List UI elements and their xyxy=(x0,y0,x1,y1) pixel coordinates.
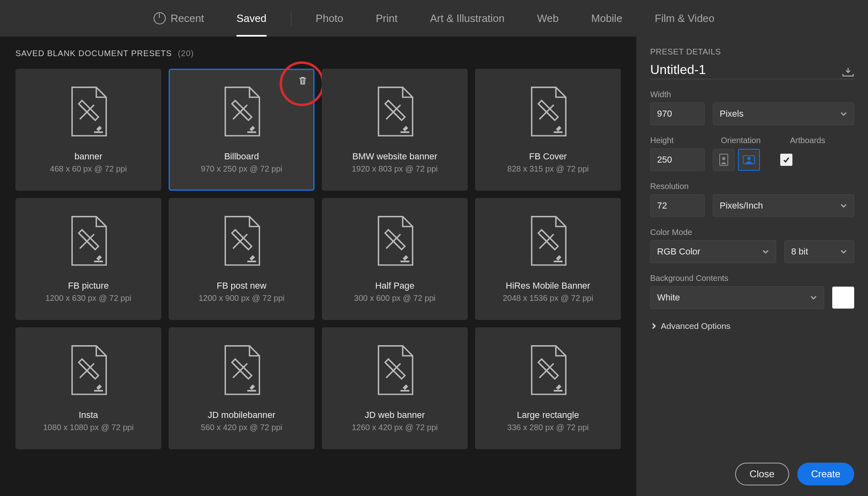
preset-grid: banner 468 x 60 px @ 72 ppi Billboard 97… xyxy=(15,69,621,449)
width-input[interactable]: 970 xyxy=(650,102,705,125)
document-preset-icon xyxy=(373,215,417,268)
document-preset-icon xyxy=(373,86,417,139)
tab-label: Photo xyxy=(316,12,343,25)
tab-label: Print xyxy=(376,12,397,25)
orientation-landscape-button[interactable] xyxy=(738,149,760,171)
chevron-down-icon xyxy=(840,110,847,117)
color-mode-select[interactable]: RGB Color xyxy=(650,240,776,263)
svg-point-1 xyxy=(722,157,725,160)
tab-art-illustration[interactable]: Art & Illustration xyxy=(414,0,521,37)
preset-card[interactable]: JD mobilebanner 560 x 420 px @ 72 ppi xyxy=(169,327,315,449)
preset-dimensions: 828 x 315 px @ 72 ppi xyxy=(507,164,588,174)
artboards-label: Artboards xyxy=(790,136,825,145)
tab-saved[interactable]: Saved xyxy=(220,0,283,37)
create-button[interactable]: Create xyxy=(797,463,854,485)
chevron-down-icon xyxy=(762,248,769,255)
close-button[interactable]: Close xyxy=(735,463,789,485)
preset-name: HiRes Mobile Banner xyxy=(506,281,590,291)
document-preset-icon xyxy=(219,345,264,398)
presets-pane: SAVED BLANK DOCUMENT PRESETS (20) banner… xyxy=(0,37,636,496)
preset-card[interactable]: Large rectangle 336 x 280 px @ 72 ppi xyxy=(475,327,621,449)
document-preset-icon xyxy=(66,86,111,139)
preset-dimensions: 1920 x 803 px @ 72 ppi xyxy=(352,164,438,174)
preset-name: JD mobilebanner xyxy=(208,410,275,420)
background-select[interactable]: White xyxy=(650,286,824,309)
orientation-label: Orientation xyxy=(721,136,774,145)
preset-dimensions: 1200 x 630 px @ 72 ppi xyxy=(46,294,132,303)
preset-dimensions: 300 x 600 px @ 72 ppi xyxy=(354,294,435,303)
document-preset-icon xyxy=(526,215,571,268)
tab-recent[interactable]: Recent xyxy=(137,0,220,37)
resolution-input[interactable]: 72 xyxy=(650,194,705,217)
document-name-input[interactable]: Untitled-1 xyxy=(650,62,706,77)
preset-name: FB picture xyxy=(68,281,108,291)
preset-name: BMW website banner xyxy=(352,151,437,162)
advanced-options-toggle[interactable]: Advanced Options xyxy=(650,321,854,331)
preset-dimensions: 336 x 280 px @ 72 ppi xyxy=(507,423,588,432)
category-tabs: Recent Saved Photo Print Art & Illustrat… xyxy=(0,0,868,37)
tab-label: Art & Illustration xyxy=(430,12,505,25)
height-label: Height xyxy=(650,136,705,145)
preset-card[interactable]: Billboard 970 x 250 px @ 72 ppi xyxy=(169,69,315,191)
color-mode-label: Color Mode xyxy=(650,228,854,237)
tab-print[interactable]: Print xyxy=(360,0,414,37)
preset-name: FB post new xyxy=(217,281,266,291)
details-header: PRESET DETAILS xyxy=(650,47,854,57)
delete-preset-button[interactable] xyxy=(297,74,309,87)
width-label: Width xyxy=(650,90,854,99)
artboards-checkbox[interactable] xyxy=(780,154,792,166)
tab-label: Film & Video xyxy=(655,12,714,25)
preset-name: Insta xyxy=(79,410,98,420)
chevron-down-icon xyxy=(810,294,817,301)
chevron-down-icon xyxy=(840,248,847,255)
tab-label: Mobile xyxy=(591,12,623,25)
preset-card[interactable]: HiRes Mobile Banner 2048 x 1536 px @ 72 … xyxy=(475,198,621,320)
preset-name: banner xyxy=(74,151,102,162)
tab-label: Recent xyxy=(171,12,204,25)
tab-photo[interactable]: Photo xyxy=(299,0,360,37)
preset-details-panel: PRESET DETAILS Untitled-1 Width 970 Pixe… xyxy=(636,37,868,496)
document-preset-icon xyxy=(373,345,417,398)
document-preset-icon xyxy=(66,215,111,268)
section-title-text: SAVED BLANK DOCUMENT PRESETS xyxy=(15,49,172,58)
resolution-units-select[interactable]: Pixels/Inch xyxy=(713,194,854,217)
save-preset-icon[interactable] xyxy=(842,67,854,77)
tab-mobile[interactable]: Mobile xyxy=(575,0,639,37)
preset-card[interactable]: FB picture 1200 x 630 px @ 72 ppi xyxy=(15,198,161,320)
preset-name: Billboard xyxy=(224,151,259,162)
document-preset-icon xyxy=(219,215,264,268)
preset-card[interactable]: BMW website banner 1920 x 803 px @ 72 pp… xyxy=(322,69,468,191)
preset-dimensions: 560 x 420 px @ 72 ppi xyxy=(201,423,282,432)
background-label: Background Contents xyxy=(650,274,854,283)
tab-label: Web xyxy=(537,12,559,25)
document-preset-icon xyxy=(66,345,111,398)
preset-dimensions: 970 x 250 px @ 72 ppi xyxy=(201,164,282,174)
preset-dimensions: 1200 x 900 px @ 72 ppi xyxy=(199,294,285,303)
preset-dimensions: 1260 x 420 px @ 72 ppi xyxy=(352,423,438,432)
tab-film-video[interactable]: Film & Video xyxy=(638,0,731,37)
resolution-label: Resolution xyxy=(650,182,854,191)
tab-web[interactable]: Web xyxy=(521,0,575,37)
orientation-portrait-button[interactable] xyxy=(713,149,735,171)
preset-card[interactable]: Half Page 300 x 600 px @ 72 ppi xyxy=(322,198,468,320)
preset-name: Half Page xyxy=(375,281,414,291)
preset-dimensions: 2048 x 1536 px @ 72 ppi xyxy=(503,294,593,303)
preset-card[interactable]: JD web banner 1260 x 420 px @ 72 ppi xyxy=(322,327,468,449)
document-preset-icon xyxy=(526,345,571,398)
preset-card[interactable]: Insta 1080 x 1080 px @ 72 ppi xyxy=(15,327,161,449)
preset-dimensions: 468 x 60 px @ 72 ppi xyxy=(50,164,127,174)
height-input[interactable]: 250 xyxy=(650,148,705,171)
background-color-swatch[interactable] xyxy=(832,287,854,309)
units-select[interactable]: Pixels xyxy=(713,102,854,125)
trash-icon xyxy=(297,75,308,86)
bit-depth-select[interactable]: 8 bit xyxy=(784,240,854,263)
document-preset-icon xyxy=(219,86,264,139)
preset-card[interactable]: FB post new 1200 x 900 px @ 72 ppi xyxy=(169,198,315,320)
section-title: SAVED BLANK DOCUMENT PRESETS (20) xyxy=(15,49,621,58)
divider xyxy=(291,11,291,26)
preset-card[interactable]: banner 468 x 60 px @ 72 ppi xyxy=(15,69,161,191)
preset-name: Large rectangle xyxy=(517,410,579,420)
tab-label: Saved xyxy=(237,12,267,25)
svg-point-3 xyxy=(747,157,751,160)
preset-card[interactable]: FB Cover 828 x 315 px @ 72 ppi xyxy=(475,69,621,191)
